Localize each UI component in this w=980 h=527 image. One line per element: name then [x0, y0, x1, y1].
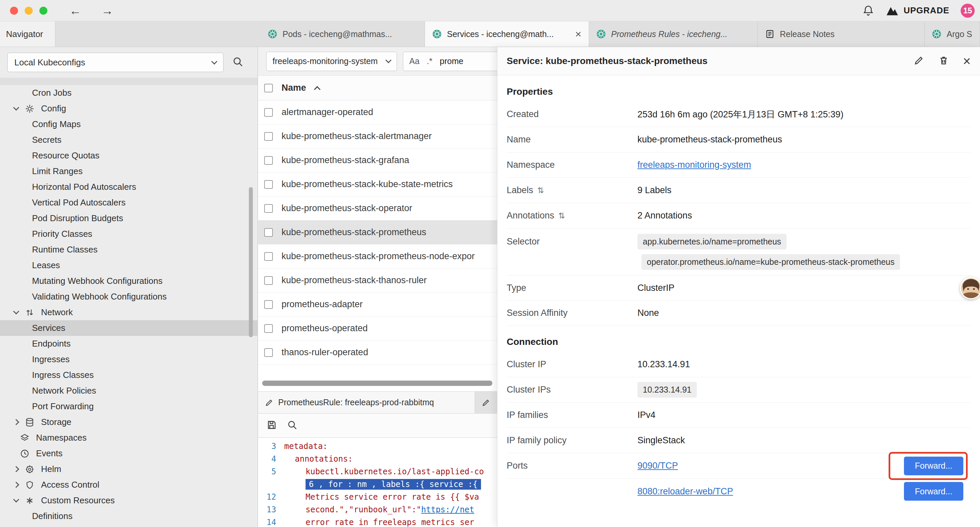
- close-window-button[interactable]: [10, 7, 18, 15]
- notification-badge[interactable]: 15: [961, 4, 975, 18]
- sort-ascending-icon[interactable]: [314, 86, 321, 93]
- forward-port-button[interactable]: Forward...: [904, 457, 963, 475]
- sidebar-item-helm[interactable]: Helm: [0, 461, 258, 477]
- tab-prometheus-rules[interactable]: Prometheus Rules - icecheng...: [589, 21, 758, 47]
- row-checkbox[interactable]: [264, 108, 273, 117]
- tab-argo[interactable]: Argo S: [924, 21, 980, 47]
- table-row[interactable]: kube-prometheus-stack-prometheus-node-ex…: [258, 245, 497, 269]
- sidebar-item-ingress-classes[interactable]: Ingress Classes: [0, 367, 258, 383]
- sidebar-item-secrets[interactable]: Secrets: [0, 132, 258, 148]
- table-row-selected[interactable]: kube-prometheus-stack-prometheus: [258, 220, 497, 245]
- table-row[interactable]: kube-prometheus-stack-operator: [258, 196, 497, 220]
- sidebar-item-pod-disruption-budgets[interactable]: Pod Disruption Budgets: [0, 210, 258, 226]
- yaml-editor[interactable]: 3metadata: 4annotations: 5kubectl.kubern…: [258, 438, 497, 527]
- kubeconfig-selector[interactable]: Local Kubeconfigs: [7, 53, 223, 72]
- back-button[interactable]: ←: [69, 4, 81, 18]
- sidebar-item-services[interactable]: Services: [0, 320, 258, 336]
- port-link-8080[interactable]: 8080:reloader-web/TCP: [638, 486, 733, 497]
- sidebar-item-custom-resources[interactable]: Custom Resources: [0, 493, 258, 508]
- navigator-tab[interactable]: Navigator: [0, 21, 56, 47]
- sidebar-search-icon[interactable]: [232, 56, 243, 69]
- tab-release-notes[interactable]: Release Notes: [758, 21, 924, 47]
- sidebar-scrollbar[interactable]: [249, 187, 253, 337]
- table-row[interactable]: kube-prometheus-stack-thanos-ruler: [258, 269, 497, 293]
- maximize-window-button[interactable]: [39, 7, 48, 15]
- sidebar-item-network[interactable]: Network: [0, 304, 258, 320]
- table-row[interactable]: kube-prometheus-stack-kube-state-metrics: [258, 172, 497, 196]
- table-row[interactable]: prometheus-adapter: [258, 293, 497, 317]
- match-case-toggle[interactable]: Aa: [409, 56, 420, 66]
- row-checkbox[interactable]: [264, 180, 273, 189]
- sidebar-item-limit-ranges[interactable]: Limit Ranges: [0, 164, 258, 179]
- sidebar-item-access-control[interactable]: Access Control: [0, 477, 258, 493]
- sidebar-item-runtime-classes[interactable]: Runtime Classes: [0, 242, 258, 258]
- select-all-checkbox[interactable]: [264, 84, 273, 92]
- row-checkbox[interactable]: [264, 348, 273, 357]
- close-tab-icon[interactable]: ×: [575, 29, 581, 39]
- sidebar-item-resource-quotas[interactable]: Resource Quotas: [0, 148, 258, 164]
- sidebar-item-validating-webhook-configurations[interactable]: Validating Webhook Configurations: [0, 289, 258, 304]
- table-row[interactable]: alertmanager-operated: [258, 100, 497, 124]
- horizontal-scrollbar[interactable]: [262, 381, 492, 386]
- tab-pods[interactable]: Pods - icecheng@mathmas...: [261, 21, 425, 47]
- sidebar-item-port-forwarding[interactable]: Port Forwarding: [0, 399, 258, 414]
- regex-toggle[interactable]: .*: [427, 56, 433, 66]
- service-name: kube-prometheus-stack-alertmanager: [282, 131, 432, 142]
- namespace-link[interactable]: freeleaps-monitoring-system: [638, 160, 751, 170]
- sidebar-item-storage[interactable]: Storage: [0, 414, 258, 430]
- tab-label: Argo S: [947, 29, 972, 39]
- user-avatar[interactable]: [960, 277, 980, 299]
- chevron-down-icon: [385, 57, 391, 63]
- row-checkbox[interactable]: [264, 324, 273, 333]
- line-number: 13: [258, 505, 284, 514]
- forward-button[interactable]: →: [102, 4, 113, 18]
- sidebar-item-definitions[interactable]: Definitions: [0, 508, 258, 524]
- sidebar-item-mutating-webhook-configurations[interactable]: Mutating Webhook Configurations: [0, 273, 258, 289]
- sidebar-item-network-policies[interactable]: Network Policies: [0, 383, 258, 399]
- row-checkbox[interactable]: [264, 228, 273, 237]
- sidebar-item-ingresses[interactable]: Ingresses: [0, 352, 258, 367]
- sidebar-item-namespaces[interactable]: Namespaces: [0, 430, 258, 446]
- sidebar-item-leases[interactable]: Leases: [0, 258, 258, 273]
- row-checkbox[interactable]: [264, 204, 273, 213]
- release-notes-icon: [765, 29, 775, 39]
- row-checkbox[interactable]: [264, 132, 273, 141]
- sidebar-item-config[interactable]: Config: [0, 101, 258, 116]
- url-link[interactable]: https://net: [421, 505, 474, 514]
- table-row[interactable]: kube-prometheus-stack-alertmanager: [258, 124, 497, 148]
- dock-tab-prometheusrule[interactable]: PrometheusRule: freeleaps-prod-rabbitmq: [258, 392, 475, 413]
- list-search-input[interactable]: Aa .* prome: [403, 52, 497, 71]
- table-row[interactable]: kube-prometheus-stack-grafana: [258, 148, 497, 172]
- row-checkbox[interactable]: [264, 252, 273, 261]
- save-icon[interactable]: [266, 420, 277, 431]
- sidebar-item-endpoints[interactable]: Endpoints: [0, 336, 258, 352]
- row-checkbox[interactable]: [264, 300, 273, 309]
- expand-toggle-icon[interactable]: ⇅: [558, 211, 565, 220]
- sidebar-item-label: Horizontal Pod Autoscalers: [32, 182, 136, 192]
- property-row-session-affinity: Session Affinity None: [507, 301, 970, 326]
- close-panel-button[interactable]: ×: [963, 54, 970, 68]
- expand-toggle-icon[interactable]: ⇅: [538, 186, 544, 195]
- property-label: IP families: [507, 410, 638, 420]
- row-checkbox[interactable]: [264, 276, 273, 285]
- delete-button[interactable]: [938, 55, 949, 67]
- forward-port-button[interactable]: Forward...: [904, 482, 963, 501]
- tab-services[interactable]: Services - icecheng@math... ×: [425, 21, 589, 47]
- sidebar-item-priority-classes[interactable]: Priority Classes: [0, 226, 258, 242]
- notifications-bell-icon[interactable]: [862, 5, 874, 17]
- port-link-9090[interactable]: 9090/TCP: [638, 461, 678, 471]
- upgrade-button[interactable]: UPGRADE: [886, 5, 949, 16]
- sidebar-item-events[interactable]: Events: [0, 446, 258, 461]
- row-checkbox[interactable]: [264, 156, 273, 165]
- sidebar-item-cron-jobs[interactable]: Cron Jobs: [0, 85, 258, 101]
- editor-search-icon[interactable]: [287, 420, 298, 431]
- namespace-filter-select[interactable]: freeleaps-monitoring-system: [266, 52, 397, 71]
- table-row[interactable]: thanos-ruler-operated: [258, 341, 497, 365]
- sidebar-item-vertical-pod-autoscalers[interactable]: Vertical Pod Autoscalers: [0, 195, 258, 210]
- minimize-window-button[interactable]: [25, 7, 33, 15]
- dock-tab-partial[interactable]: [475, 392, 497, 413]
- edit-button[interactable]: [914, 55, 924, 67]
- table-row[interactable]: prometheus-operated: [258, 317, 497, 341]
- sidebar-item-config-maps[interactable]: Config Maps: [0, 116, 258, 132]
- sidebar-item-horizontal-pod-autoscalers[interactable]: Horizontal Pod Autoscalers: [0, 179, 258, 195]
